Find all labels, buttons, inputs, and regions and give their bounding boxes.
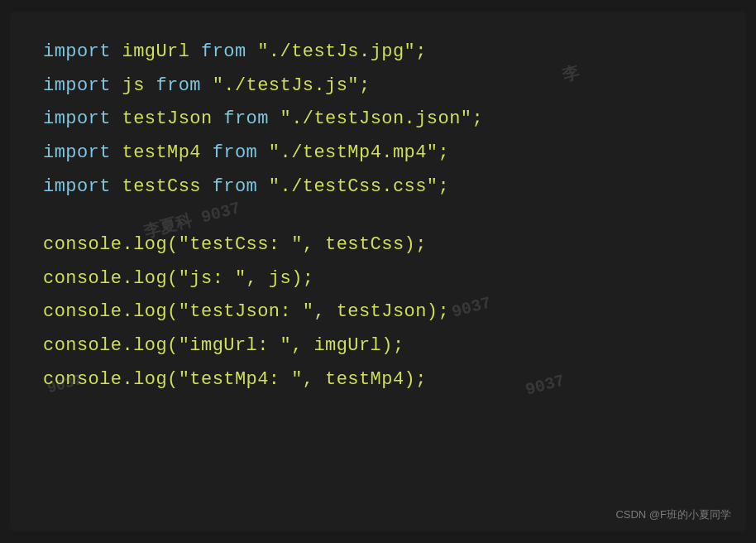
code-line-9: console.log("imgUrl: ", imgUrl); (43, 329, 713, 363)
console-log-5: console.log("testMp4: ", testMp4); (43, 369, 427, 390)
string-1: "./testJs.jpg"; (257, 41, 427, 62)
console-log-1: console.log("testCss: ", testCss); (43, 234, 427, 255)
code-line-1: import imgUrl from "./testJs.jpg"; (43, 36, 713, 70)
code-line-6: console.log("testCss: ", testCss); (43, 228, 713, 262)
var-testmp4: testMp4 (122, 142, 213, 163)
keyword-import: import (43, 41, 122, 62)
keyword-import-2: import (43, 75, 122, 96)
from-kw-2: from (156, 75, 212, 96)
code-container: 李夏科 9037 9037 9037 9037 李 import imgUrl … (10, 11, 746, 532)
console-log-4: console.log("imgUrl: ", imgUrl); (43, 335, 404, 356)
code-line-4: import testMp4 from "./testMp4.mp4"; (43, 137, 713, 171)
keyword-import-4: import (43, 142, 122, 163)
from-kw-5: from (213, 176, 269, 197)
code-line-5: import testCss from "./testCss.css"; (43, 171, 713, 204)
string-4: "./testMp4.mp4"; (269, 142, 449, 163)
attribution: CSDN @F班的小夏同学 (615, 507, 731, 522)
keyword-import-5: import (43, 176, 122, 197)
code-line-10: console.log("testMp4: ", testMp4); (43, 363, 713, 397)
var-js: js (122, 75, 156, 96)
from-kw-3: from (223, 108, 280, 129)
string-5: "./testCss.css"; (269, 176, 449, 197)
console-log-2: console.log("js: ", js); (43, 268, 313, 289)
from-kw-4: from (213, 142, 269, 163)
keyword-import-3: import (43, 108, 122, 129)
code-line-7: console.log("js: ", js); (43, 262, 713, 296)
var-testjson: testJson (122, 108, 224, 129)
code-line-3: import testJson from "./testJson.json"; (43, 103, 713, 137)
var-imgurl: imgUrl (122, 41, 202, 62)
blank-line (43, 204, 713, 228)
code-line-8: console.log("testJson: ", testJson); (43, 296, 713, 329)
var-testcss: testCss (122, 176, 213, 197)
code-line-2: import js from "./testJs.js"; (43, 70, 713, 103)
from-kw-1: from (201, 41, 257, 62)
string-2: "./testJs.js"; (213, 75, 371, 96)
string-3: "./testJson.json"; (280, 108, 484, 129)
code-block: import imgUrl from "./testJs.jpg"; impor… (43, 36, 713, 396)
console-log-3: console.log("testJson: ", testJson); (43, 301, 449, 322)
